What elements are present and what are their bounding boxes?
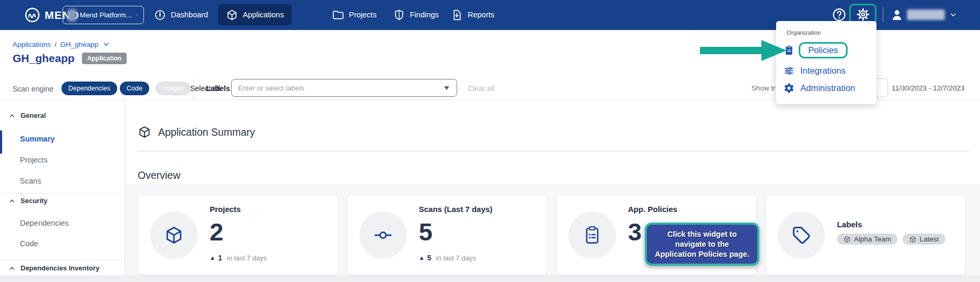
gear-icon xyxy=(856,7,870,22)
tag-icon xyxy=(791,225,811,245)
card-title: Scans (Last 7 days) xyxy=(419,205,492,214)
sidebar-item-code[interactable]: Code xyxy=(20,239,38,248)
card-title: Projects xyxy=(210,205,241,214)
nav-item-findings[interactable]: Findings xyxy=(393,4,439,25)
scan-engine-label: Scan engine xyxy=(13,85,54,93)
triangle-up-icon xyxy=(419,255,425,261)
chevron-up-icon xyxy=(8,197,16,205)
org-selector-label: Mend Platform... xyxy=(80,11,132,19)
labels-select[interactable] xyxy=(231,79,457,97)
policies-widget-tooltip: Click this widget to navigate to the App… xyxy=(645,223,759,266)
delta-value: 1 xyxy=(218,254,222,262)
card-labels[interactable]: Labels Alpha Team Latest xyxy=(765,195,966,275)
nav-item-label: Projects xyxy=(349,11,376,19)
nav-item-reports[interactable]: Reports xyxy=(451,4,494,25)
annotation-arrow xyxy=(700,39,787,62)
sidebar-item-dependencies[interactable]: Dependencies xyxy=(20,219,69,227)
card-value: 5 xyxy=(419,218,432,246)
clear-all-link[interactable]: Clear all xyxy=(468,84,494,93)
cube-icon xyxy=(226,9,238,21)
sidebar-section-dependencies-inventory[interactable]: Dependencies Inventory xyxy=(8,264,99,272)
sidebar-section-label: General xyxy=(20,112,46,119)
delta-caption: in last 7 days xyxy=(436,254,476,262)
help-icon[interactable] xyxy=(832,7,847,22)
label-chip-alpha-team[interactable]: Alpha Team xyxy=(837,234,898,245)
active-item-indicator xyxy=(0,130,2,154)
card-icon-circle xyxy=(150,212,198,259)
triangle-up-icon xyxy=(210,255,215,261)
filter-divider xyxy=(193,78,194,100)
breadcrumb-applications-link[interactable]: Applications xyxy=(13,41,51,48)
select-dropdown-arrow-icon[interactable] xyxy=(443,84,450,92)
engine-chip-code[interactable]: Code xyxy=(120,82,149,95)
application-badge: Application xyxy=(82,53,127,64)
page-title: GH_gheapp xyxy=(13,52,75,65)
sidebar-section-general[interactable]: General xyxy=(8,112,46,119)
settings-dropdown-menu: Organization Policies Integrations Admin… xyxy=(776,21,876,104)
labels-input[interactable] xyxy=(232,84,443,92)
organization-selector[interactable]: Mend Platform... xyxy=(63,6,144,24)
nav-item-label: Dashboard xyxy=(171,11,208,19)
menu-item-integrations[interactable]: Integrations xyxy=(776,65,845,76)
card-icon-circle xyxy=(359,212,407,259)
chevron-up-icon xyxy=(8,112,16,119)
sidebar-divider xyxy=(0,193,125,194)
dashboard-gauge-icon xyxy=(154,9,166,21)
folder-icon xyxy=(332,9,344,21)
card-title: App. Policies xyxy=(628,205,677,214)
show-trend-label: Show tr xyxy=(751,84,776,92)
user-avatar-icon[interactable] xyxy=(890,8,904,22)
engine-chip-dependencies[interactable]: Dependencies xyxy=(61,82,117,95)
card-projects[interactable]: Projects 2 1 in last 7 days xyxy=(138,195,338,275)
sidebar-item-summary[interactable]: Summary xyxy=(20,135,55,143)
cube-icon xyxy=(138,125,151,139)
label-chip-latest[interactable]: Latest xyxy=(903,234,945,245)
menu-item-label: Integrations xyxy=(800,66,845,76)
card-icon-circle xyxy=(778,212,825,259)
engine-chip-images: Images xyxy=(156,82,191,95)
cube-icon xyxy=(843,236,851,243)
report-icon xyxy=(451,9,463,21)
menu-item-label: Administration xyxy=(800,83,855,93)
breadcrumb-chevron-icon[interactable] xyxy=(102,40,110,48)
overview-title: Overview xyxy=(138,169,180,182)
card-title: Labels xyxy=(837,220,862,229)
menu-item-administration[interactable]: Administration xyxy=(776,83,855,94)
nav-item-projects[interactable]: Projects xyxy=(332,4,376,25)
sidebar-divider xyxy=(0,260,125,260)
menu-item-label: Policies xyxy=(799,42,848,58)
breadcrumb-separator: / xyxy=(55,41,57,48)
redacted-org-name xyxy=(68,9,76,22)
administration-gear-icon xyxy=(783,83,795,94)
breadcrumb-current-link[interactable]: GH_gheapp xyxy=(60,41,99,48)
application-summary-header: Application Summary xyxy=(138,125,255,139)
label-chips: Alpha Team Latest xyxy=(837,234,945,245)
nav-item-label: Reports xyxy=(468,11,494,19)
main-content xyxy=(125,100,980,184)
policies-clipboard-icon xyxy=(582,225,602,245)
integrations-sliders-icon xyxy=(783,65,795,76)
delta-value: 5 xyxy=(427,254,431,262)
card-scans[interactable]: Scans (Last 7 days) 5 5 in last 7 days xyxy=(347,195,548,275)
sidebar-item-scans[interactable]: Scans xyxy=(20,177,41,185)
chip-label: Alpha Team xyxy=(854,235,891,243)
sidebar-section-security[interactable]: Security xyxy=(8,197,47,205)
nav-item-dashboard[interactable]: Dashboard xyxy=(154,4,208,25)
user-menu-chevron-icon[interactable] xyxy=(949,11,957,19)
nav-item-applications[interactable]: Applications xyxy=(218,4,292,25)
sidebar-section-label: Security xyxy=(20,197,47,205)
sidebar-item-projects[interactable]: Projects xyxy=(20,156,47,164)
card-delta: 5 in last 7 days xyxy=(419,254,476,262)
nav-item-label: Findings xyxy=(410,11,439,19)
chevron-down-icon xyxy=(136,11,139,19)
mend-platform-screen: MEND Mend Platform... Dashboard Applicat… xyxy=(0,0,980,282)
card-value: 2 xyxy=(210,218,223,246)
nav-item-label: Applications xyxy=(243,11,284,19)
redacted-username xyxy=(907,9,945,20)
date-range-value[interactable]: 11/30/2023 - 12/7/2023 xyxy=(892,84,965,92)
section-divider xyxy=(138,151,969,152)
scan-icon xyxy=(373,225,393,245)
cube-icon xyxy=(164,225,184,245)
nav-divider xyxy=(883,7,883,22)
tooltip-line: navigate to the xyxy=(675,239,729,249)
